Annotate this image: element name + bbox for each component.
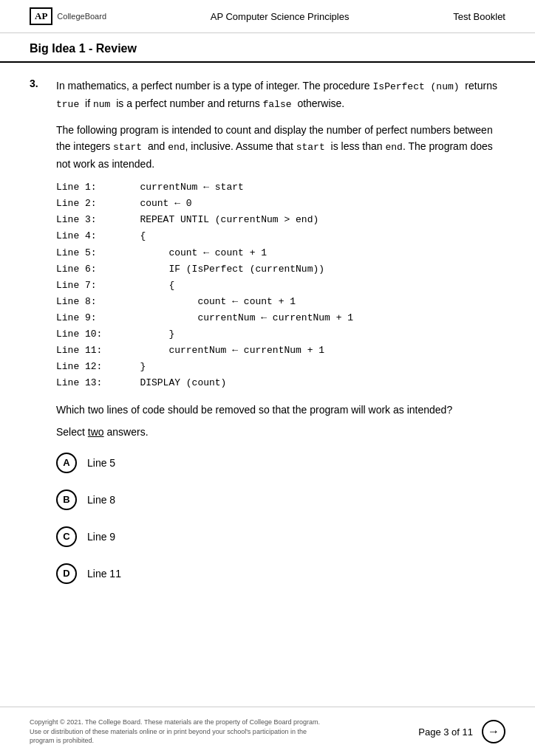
next-arrow-icon [488,725,500,738]
code-line-content: currentNum ← currentNum + 1 [123,310,353,326]
collegeboard-logo: CollegeBoard [57,12,106,21]
two-underlined: two [88,426,104,438]
start-inline1: start [113,142,148,153]
end-inline2: end [385,142,402,153]
choice-bubble-d[interactable]: D [56,563,77,584]
code-line-label: Line 8: [56,294,123,310]
otherwise-text: otherwise. [297,97,344,109]
code-line-content: DISPLAY (count) [123,375,226,391]
booklet-label: Test Booklet [453,11,505,22]
select-text: Select [56,426,85,438]
code-line: Line 7: { [56,278,505,294]
question-intro-text: In mathematics, a perfect number is a ty… [56,78,505,113]
answer-choice[interactable]: BLine 8 [56,489,505,510]
choice-bubble-c[interactable]: C [56,526,77,547]
code-line: Line 9: currentNum ← currentNum + 1 [56,310,505,326]
code-line-content: currentNum ← start [123,179,244,196]
is-less-than: is less than [331,140,383,152]
code-line-label: Line 9: [56,310,123,326]
code-line: Line 13: DISPLAY (count) [56,375,505,391]
code-line-label: Line 5: [56,245,123,261]
footer-page-info: Page 3 of 11 [418,720,505,743]
copyright-text: Copyright © 2021. The College Board. The… [30,718,325,746]
main-content: 3. In mathematics, a perfect number is a… [0,63,535,671]
code-line-label: Line 10: [56,326,123,343]
choice-label-a: Line 5 [87,457,115,469]
code-line: Line 12: } [56,359,505,375]
choice-label-b: Line 8 [87,494,115,506]
code-line-content: REPEAT UNTIL (currentNum > end) [123,212,318,228]
code-line-content: IF (IsPerfect (currentNum)) [123,261,324,278]
answer-choice[interactable]: DLine 11 [56,563,505,584]
start-inline2: start [296,142,331,153]
choice-bubble-b[interactable]: B [56,489,77,510]
page-header: AP CollegeBoard AP Computer Science Prin… [0,0,535,33]
isperfect-inline: IsPerfect (num) [373,81,466,92]
header-logos: AP CollegeBoard [30,7,106,25]
select-note: Select two answers. [56,426,505,438]
code-line: Line 10: } [56,326,505,343]
code-line: Line 2: count ← 0 [56,196,505,212]
section-heading: Big Idea 1 - Review [30,42,505,55]
answer-choice[interactable]: CLine 9 [56,526,505,547]
code-line-label: Line 12: [56,359,123,375]
code-line-content: } [123,326,174,343]
true-inline: true [56,99,85,110]
num-inline: num [93,99,116,110]
returns-text: returns [465,80,497,92]
code-line-label: Line 6: [56,261,123,278]
code-line: Line 3: REPEAT UNTIL (currentNum > end) [56,212,505,228]
section-title-bar: Big Idea 1 - Review [0,33,535,63]
false-inline: false [263,99,298,110]
code-line: Line 4: { [56,228,505,244]
ap-logo: AP [30,7,52,25]
page-number: Page 3 of 11 [418,726,473,738]
exam-title: AP Computer Science Principles [211,11,350,22]
code-line: Line 8: count ← count + 1 [56,294,505,310]
code-line-label: Line 3: [56,212,123,228]
code-block: Line 1: currentNum ← startLine 2: count … [56,179,505,391]
code-line-content: count ← 0 [123,196,192,212]
code-line-content: { [123,278,174,294]
code-line-label: Line 11: [56,343,123,359]
code-line: Line 5: count ← count + 1 [56,245,505,261]
code-line-content: currentNum ← currentNum + 1 [123,343,324,359]
is-perfect-text: is a perfect number and returns [116,97,260,109]
code-line-label: Line 1: [56,179,123,196]
code-line-label: Line 13: [56,375,123,391]
intro-text: In mathematics, a perfect number is a ty… [56,80,370,92]
answer-choices: ALine 5BLine 8CLine 9DLine 11 [56,453,505,584]
code-line-content: count ← count + 1 [123,245,267,261]
code-line: Line 11: currentNum ← currentNum + 1 [56,343,505,359]
code-line-label: Line 2: [56,196,123,212]
choice-label-d: Line 11 [87,568,121,580]
choice-label-c: Line 9 [87,531,115,543]
select-end: answers. [107,426,149,438]
program-description: The following program is intended to cou… [56,122,505,173]
code-line-content: count ← count + 1 [123,294,296,310]
page-footer: Copyright © 2021. The College Board. The… [0,707,535,756]
question-3: 3. In mathematics, a perfect number is a… [30,78,505,600]
code-line: Line 1: currentNum ← start [56,179,505,196]
code-line-label: Line 7: [56,278,123,294]
code-line-content: } [123,359,146,375]
question-prompt: Which two lines of code should be remove… [56,402,505,418]
code-line-label: Line 4: [56,228,123,244]
if-text: if [85,97,90,109]
question-body: In mathematics, a perfect number is a ty… [56,78,505,600]
answer-choice[interactable]: ALine 5 [56,453,505,473]
question-number: 3. [30,78,44,600]
and-text: and [148,140,165,152]
code-line-content: { [123,228,146,244]
choice-bubble-a[interactable]: A [56,453,77,473]
code-line: Line 6: IF (IsPerfect (currentNum)) [56,261,505,278]
end-inline1: end [168,142,185,153]
next-button[interactable] [482,720,505,743]
